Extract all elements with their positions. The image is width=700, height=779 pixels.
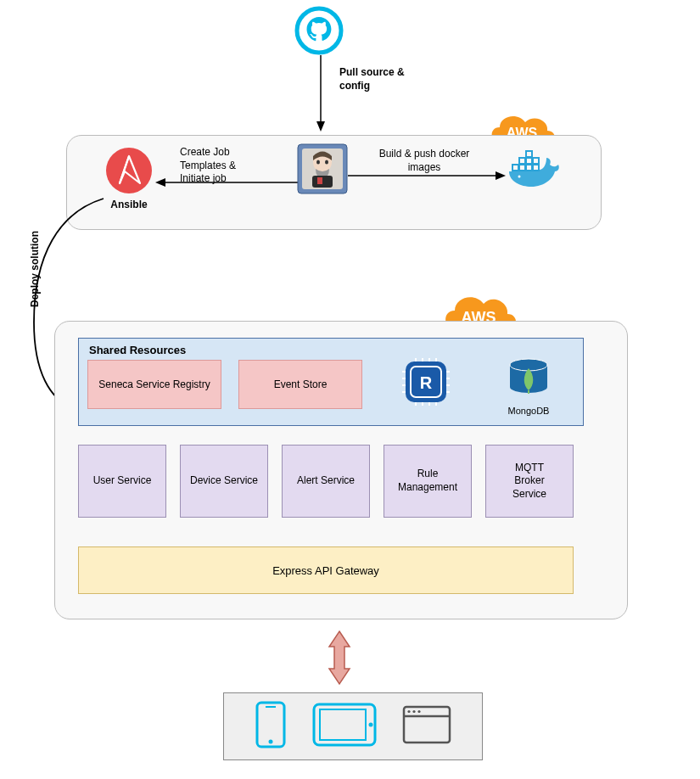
alert-service: Alert Service [282,445,370,518]
svg-rect-14 [317,177,322,184]
svg-rect-20 [533,165,539,171]
rule-mgmt: Rule Management [384,445,472,518]
svg-rect-24 [526,151,532,157]
svg-point-11 [316,160,320,165]
event-store: Event Store [238,360,362,409]
svg-point-52 [269,740,273,744]
redis-r-icon: R [400,356,451,411]
browser-icon [401,704,452,748]
arrow-github-jenkins [316,55,326,132]
seneca-registry: Seneca Service Registry [87,360,221,409]
mqtt-broker-label: MQTT Broker Service [512,462,546,502]
docker-icon [506,149,562,195]
svg-rect-57 [404,707,450,743]
svg-point-61 [417,710,420,713]
device-service: Device Service [180,445,268,518]
clients-panel [223,692,483,760]
alert-service-label: Alert Service [297,474,355,488]
seneca-registry-label: Seneca Service Registry [98,378,210,390]
mongodb-icon: MongoDB [506,355,552,416]
svg-point-55 [369,723,373,727]
svg-rect-21 [519,158,525,164]
mongodb-label: MongoDB [506,406,552,416]
svg-point-0 [297,8,341,53]
arrow-jenkins-ansible [155,177,298,188]
jenkins-icon [297,143,348,198]
svg-rect-22 [526,158,532,164]
svg-point-25 [518,176,521,178]
rule-mgmt-label: Rule Management [398,468,457,494]
user-service-label: User Service [93,474,152,488]
api-gateway-label: Express API Gateway [272,564,379,577]
svg-rect-17 [512,165,518,171]
svg-point-12 [325,160,328,165]
svg-text:R: R [420,373,433,392]
svg-rect-19 [526,165,532,171]
user-service: User Service [78,445,166,518]
svg-point-59 [407,710,410,713]
ansible-label: Ansible [104,199,154,212]
ansible-icon [104,146,154,199]
api-gateway: Express API Gateway [78,546,574,594]
svg-rect-23 [533,158,539,164]
svg-marker-50 [329,631,350,684]
svg-rect-56 [320,709,366,740]
svg-point-60 [412,710,415,713]
svg-point-4 [106,148,152,193]
event-store-label: Event Store [274,378,328,390]
svg-rect-18 [519,165,525,171]
pull-source-label: Pull source & config [339,66,433,92]
svg-marker-2 [316,121,325,132]
device-service-label: Device Service [190,474,258,488]
tablet-icon [311,702,378,751]
phone-icon [254,701,288,752]
svg-marker-16 [496,171,506,180]
svg-marker-7 [155,178,165,187]
deploy-label: Deploy solution [29,231,41,307]
github-icon [294,5,344,59]
arrow-bidirectional [324,630,355,689]
mqtt-broker: MQTT Broker Service [485,445,574,518]
arrow-jenkins-docker [348,171,506,181]
